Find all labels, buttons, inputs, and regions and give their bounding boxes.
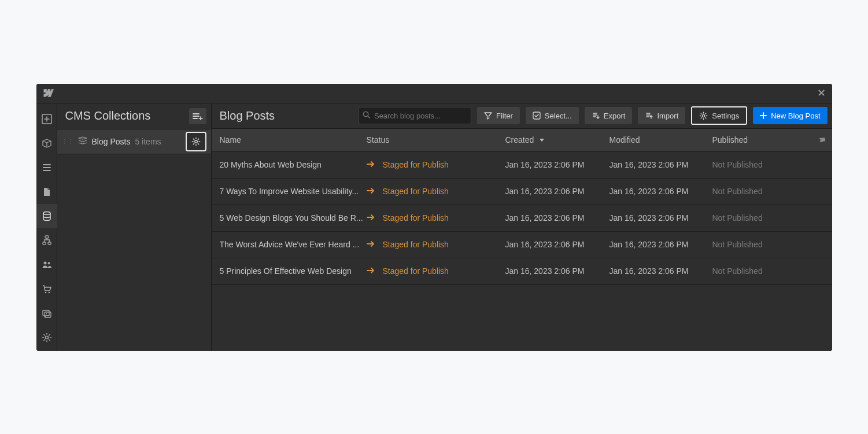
cell-published: Not Published — [712, 187, 812, 196]
search-wrap — [359, 107, 471, 124]
plus-icon — [760, 112, 767, 119]
cell-created: Jan 16, 2023 2:06 PM — [505, 213, 610, 222]
new-item-button[interactable]: New Blog Post — [753, 107, 827, 124]
cms-panel: ✕ — [36, 84, 832, 351]
users-icon[interactable] — [36, 253, 57, 277]
cell-published: Not Published — [712, 240, 812, 249]
cell-name: 7 Ways To Improve Website Usability... — [220, 187, 367, 196]
main-panel: Blog Posts Filter Select... — [212, 103, 832, 351]
svg-point-14 — [363, 112, 368, 116]
select-button[interactable]: Select... — [526, 107, 579, 124]
collection-item-blog-posts[interactable]: ⋮⋮ Blog Posts 5 items — [57, 129, 211, 154]
svg-rect-9 — [43, 310, 49, 316]
column-status[interactable]: Status — [367, 135, 505, 144]
collection-name: Blog Posts — [92, 137, 131, 146]
filter-icon — [484, 112, 492, 120]
stack-plus-icon — [193, 112, 203, 120]
table-body: 20 Myths About Web DesignStaged for Publ… — [212, 152, 832, 285]
arrow-right-icon — [367, 187, 375, 196]
pages-icon[interactable] — [36, 180, 57, 204]
import-button[interactable]: Import — [638, 107, 685, 124]
svg-point-16 — [703, 114, 705, 117]
svg-point-7 — [45, 291, 46, 293]
cell-name: 5 Web Design Blogs You Should Be R... — [220, 213, 367, 222]
search-input[interactable] — [359, 107, 471, 124]
settings-rail-icon[interactable] — [36, 325, 57, 350]
cell-published: Not Published — [712, 160, 812, 169]
cell-created: Jan 16, 2023 2:06 PM — [505, 160, 610, 169]
left-nav-rail — [36, 103, 57, 351]
table-row[interactable]: The Worst Advice We've Ever Heard ...Sta… — [212, 232, 832, 258]
cell-created: Jan 16, 2023 2:06 PM — [505, 187, 610, 196]
logic-icon[interactable] — [36, 228, 57, 253]
export-button[interactable]: Export — [585, 107, 633, 124]
cell-modified: Jan 16, 2023 2:06 PM — [610, 240, 712, 249]
column-created[interactable]: Created — [505, 135, 610, 144]
table-row[interactable]: 5 Web Design Blogs You Should Be R...Sta… — [212, 205, 832, 232]
cell-name: The Worst Advice We've Ever Heard ... — [220, 240, 367, 249]
collection-count: 5 items — [135, 137, 161, 146]
filter-button[interactable]: Filter — [477, 107, 520, 124]
table-row[interactable]: 20 Myths About Web DesignStaged for Publ… — [212, 152, 832, 179]
cell-status: Staged for Publish — [367, 160, 505, 169]
top-bar: ✕ — [36, 84, 832, 103]
svg-point-1 — [43, 212, 50, 214]
cell-name: 5 Principles Of Effective Web Design — [220, 266, 367, 276]
cell-status: Staged for Publish — [367, 213, 505, 222]
page-title: Blog Posts — [220, 109, 275, 123]
svg-rect-4 — [48, 242, 51, 244]
cell-status: Staged for Publish — [367, 266, 505, 276]
stack-icon — [78, 136, 87, 147]
cell-modified: Jan 16, 2023 2:06 PM — [610, 266, 712, 276]
components-icon[interactable] — [36, 131, 57, 155]
column-modified[interactable]: Modified — [610, 135, 712, 144]
table-row[interactable]: 5 Principles Of Effective Web DesignStag… — [212, 258, 832, 285]
svg-point-8 — [48, 291, 50, 293]
table-row[interactable]: 7 Ways To Improve Website Usability...St… — [212, 179, 832, 205]
sort-desc-icon — [540, 139, 544, 142]
add-element-icon[interactable] — [36, 107, 57, 131]
import-icon — [645, 112, 653, 120]
drag-handle-icon[interactable]: ⋮⋮ — [62, 140, 73, 143]
svg-point-12 — [45, 336, 48, 339]
cell-status: Staged for Publish — [367, 240, 505, 249]
webflow-logo-icon — [42, 89, 54, 97]
pin-column-button[interactable] — [812, 136, 826, 144]
assets-icon[interactable] — [36, 301, 57, 325]
gear-icon — [699, 112, 708, 120]
add-collection-button[interactable] — [189, 108, 206, 124]
collections-sidebar: CMS Collections ⋮⋮ Blog Posts 5 items — [57, 103, 212, 351]
arrow-right-icon — [367, 266, 375, 276]
cms-icon[interactable] — [36, 204, 57, 228]
ecommerce-icon[interactable] — [36, 277, 57, 301]
column-published[interactable]: Published — [712, 135, 812, 144]
table-header: Name Status Created Modified Published — [212, 129, 832, 152]
collection-settings-button[interactable] — [186, 132, 206, 151]
cell-published: Not Published — [712, 213, 812, 222]
arrow-right-icon — [367, 160, 375, 169]
svg-point-6 — [47, 262, 50, 264]
svg-rect-3 — [43, 242, 46, 244]
arrow-right-icon — [367, 240, 375, 249]
gear-icon — [191, 137, 201, 146]
collections-title: CMS Collections — [65, 109, 151, 123]
cell-modified: Jan 16, 2023 2:06 PM — [610, 213, 712, 222]
cell-created: Jan 16, 2023 2:06 PM — [505, 240, 610, 249]
cell-published: Not Published — [712, 266, 812, 276]
cell-modified: Jan 16, 2023 2:06 PM — [610, 187, 712, 196]
column-name[interactable]: Name — [220, 135, 367, 144]
cell-created: Jan 16, 2023 2:06 PM — [505, 266, 610, 276]
settings-button[interactable]: Settings — [691, 106, 747, 125]
cell-status: Staged for Publish — [367, 187, 505, 196]
cell-name: 20 Myths About Web Design — [220, 160, 367, 169]
navigator-icon[interactable] — [36, 155, 57, 180]
svg-point-5 — [43, 261, 46, 264]
cell-modified: Jan 16, 2023 2:06 PM — [610, 160, 712, 169]
svg-rect-2 — [45, 236, 49, 238]
svg-point-13 — [194, 140, 197, 142]
pin-icon — [818, 136, 826, 144]
main-toolbar: Blog Posts Filter Select... — [212, 103, 832, 129]
collections-header: CMS Collections — [57, 103, 211, 129]
close-icon[interactable]: ✕ — [816, 87, 828, 99]
arrow-right-icon — [367, 213, 375, 222]
